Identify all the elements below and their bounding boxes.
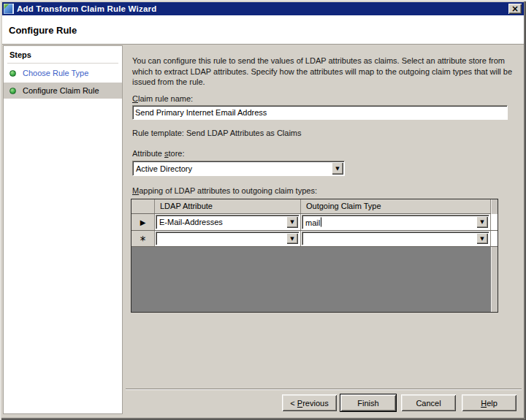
steps-panel: Steps Choose Rule Type Configure Claim R… <box>3 45 123 414</box>
chevron-down-icon: ▼ <box>290 236 294 242</box>
rule-template-text: Rule template: Send LDAP Attributes as C… <box>132 129 302 137</box>
title-bar: Add Transform Claim Rule Wizard × <box>2 2 524 15</box>
dropdown-button[interactable]: ▼ <box>476 233 488 244</box>
grid-corner-cell <box>132 199 155 213</box>
outgoing-claim-type-cell: mail ▼ <box>301 214 491 230</box>
mapping-label: Mapping of LDAP attributes to outgoing c… <box>132 186 317 195</box>
chevron-down-icon: ▼ <box>290 219 294 225</box>
close-icon: × <box>511 5 519 12</box>
column-header-ldap-attribute: LDAP Attribute <box>155 199 301 213</box>
ldap-mapping-grid: LDAP Attribute Outgoing Claim Type ▶ E-M… <box>131 199 498 313</box>
outgoing-claim-type-dropdown[interactable]: ▼ <box>302 232 489 245</box>
step-item-configure-claim-rule: Configure Claim Rule <box>4 83 122 99</box>
attribute-store-dropdown[interactable]: Active Directory ▼ <box>132 161 345 176</box>
grid-row-new: * ▼ ▼ <box>132 231 498 247</box>
current-row-icon: ▶ <box>140 218 146 226</box>
attribute-store-value: Active Directory <box>136 164 192 173</box>
finish-button[interactable]: Finish <box>340 394 397 412</box>
wizard-app-icon <box>4 4 14 14</box>
attribute-store-label: Attribute store: <box>132 149 185 158</box>
ldap-attribute-dropdown[interactable]: E-Mail-Addresses ▼ <box>156 215 300 229</box>
ldap-attribute-dropdown[interactable]: ▼ <box>156 232 300 245</box>
claim-rule-name-label: Claim rule name: <box>132 94 193 103</box>
claim-rule-name-input[interactable] <box>132 105 508 120</box>
help-button[interactable]: Help <box>462 394 517 411</box>
row-selector-new[interactable]: * <box>132 231 155 246</box>
grid-row: ▶ E-Mail-Addresses ▼ mail ▼ <box>132 214 498 231</box>
outgoing-claim-type-cell: ▼ <box>301 231 491 246</box>
text-caret <box>321 218 321 227</box>
dropdown-button[interactable]: ▼ <box>476 216 488 228</box>
wizard-header: Configure Rule <box>2 15 524 45</box>
chevron-down-icon: ▼ <box>335 166 339 172</box>
button-area-divider <box>126 389 522 390</box>
dropdown-button[interactable]: ▼ <box>286 216 298 228</box>
step-status-icon <box>9 88 16 94</box>
step-status-icon <box>9 70 16 77</box>
window-title: Add Transform Claim Rule Wizard <box>17 4 156 13</box>
step-item-choose-rule-type: Choose Rule Type <box>4 65 122 81</box>
rule-description-text: You can configure this rule to send the … <box>132 56 514 88</box>
outgoing-claim-type-dropdown[interactable]: mail ▼ <box>302 215 489 229</box>
row-selector-current[interactable]: ▶ <box>132 214 155 230</box>
grid-header-row: LDAP Attribute Outgoing Claim Type <box>132 199 498 214</box>
ldap-attribute-cell: ▼ <box>155 231 301 246</box>
dropdown-button[interactable]: ▼ <box>286 233 298 244</box>
add-transform-claim-rule-wizard-dialog: Add Transform Claim Rule Wizard × Config… <box>0 0 526 420</box>
cancel-button[interactable]: Cancel <box>401 394 456 411</box>
dropdown-button[interactable]: ▼ <box>332 162 343 175</box>
steps-panel-title: Steps <box>7 46 118 64</box>
page-title: Configure Rule <box>2 15 524 36</box>
previous-button[interactable]: < Previous <box>282 394 337 411</box>
new-row-icon: * <box>140 233 146 244</box>
column-header-outgoing-claim-type: Outgoing Claim Type <box>301 199 491 213</box>
close-button[interactable]: × <box>508 4 522 14</box>
step-label: Choose Rule Type <box>23 69 88 77</box>
chevron-down-icon: ▼ <box>480 219 484 225</box>
chevron-down-icon: ▼ <box>480 236 484 242</box>
ldap-attribute-cell: E-Mail-Addresses ▼ <box>155 214 301 230</box>
step-label: Configure Claim Rule <box>23 86 99 95</box>
